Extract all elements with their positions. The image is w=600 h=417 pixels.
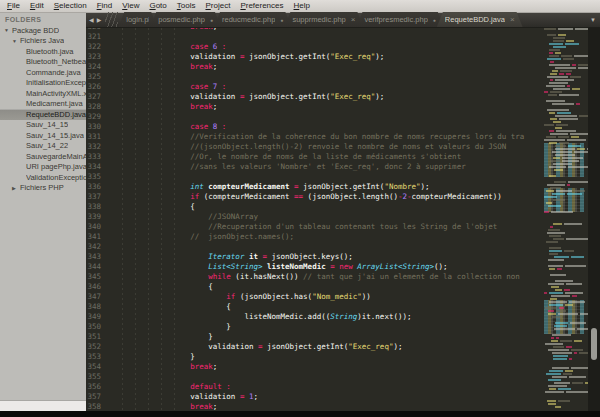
- tree-file-bluetooth-netbeans-java[interactable]: Bluetooth_Netbeans.java: [0, 57, 86, 68]
- code-line-331[interactable]: 331 //Verification de la coherence du bo…: [86, 132, 542, 142]
- menu-view[interactable]: View: [117, 0, 144, 12]
- menu-goto[interactable]: Goto: [144, 0, 171, 12]
- tree-file-medicament-java[interactable]: Medicament.java: [0, 99, 86, 110]
- code-lines[interactable]: 320 break;321 322 case 6 :323 validation…: [86, 28, 542, 411]
- code-editor[interactable]: 320 break;321 322 case 6 :323 validation…: [86, 28, 600, 411]
- tab-close-icon[interactable]: ×: [510, 16, 515, 24]
- folder-expanded-icon[interactable]: ▼: [12, 38, 20, 44]
- code-line-356[interactable]: 356 default :: [86, 382, 542, 392]
- line-number: 346: [86, 282, 107, 292]
- menu-tools[interactable]: Tools: [172, 0, 201, 12]
- tree-file-commande-java[interactable]: Commande.java: [0, 67, 86, 78]
- tab-verifpresmedic-php[interactable]: verifpresmedic.php●: [356, 12, 443, 27]
- tree-file-requetebdd-java[interactable]: RequeteBDD.java: [0, 109, 86, 120]
- tree-file-sauv-14-15-java[interactable]: Sauv_14_15.java: [0, 130, 86, 141]
- code-line-324[interactable]: 324 break;: [86, 62, 542, 72]
- menu-file[interactable]: File: [2, 0, 25, 12]
- tab-scroll-left-icon[interactable]: ◀: [89, 13, 94, 27]
- minimap-row: [542, 166, 588, 168]
- menu-find[interactable]: Find: [92, 0, 118, 12]
- code-line-347[interactable]: 347 if (jsonObject.has("Nom_medic")): [86, 292, 542, 302]
- tree-file-bluetooth-java[interactable]: Bluetooth.java: [0, 46, 86, 57]
- code-line-343[interactable]: 343 Iterator it = jsonObject.keys();: [86, 252, 542, 262]
- minimap-row: [542, 46, 588, 48]
- code-line-337[interactable]: 337 if (compteurMedicament == (jsonObjec…: [86, 192, 542, 202]
- code-line-345[interactable]: 345 while (it.hasNext()) // tant que j'a…: [86, 272, 542, 282]
- code-line-352[interactable]: 352 validation = jsonObject.getInt("Exec…: [86, 342, 542, 352]
- tree-folder-fichiers-java[interactable]: ▼Fichiers Java: [0, 36, 86, 47]
- code-line-330[interactable]: 330 case 8 :: [86, 122, 542, 132]
- minimap-row: [542, 316, 588, 318]
- tab-posmedic-php[interactable]: posmedic.php●: [150, 12, 221, 27]
- code-line-350[interactable]: 350 }: [86, 322, 542, 332]
- code-line-346[interactable]: 346 {: [86, 282, 542, 292]
- minimap-row: [542, 49, 588, 51]
- code-line-351[interactable]: 351 }: [86, 332, 542, 342]
- tab-scroll-right-icon[interactable]: ▶: [97, 13, 102, 27]
- minimap-row: [542, 115, 588, 117]
- folders-header: FOLDERS: [0, 13, 86, 25]
- code-line-336[interactable]: 336 int compteurMedicament = jsonObject.…: [86, 182, 542, 192]
- code-line-332[interactable]: 332 //(jsonObject.length()-2) renvoie le…: [86, 142, 542, 152]
- minimap-row: [542, 169, 588, 171]
- line-number: 324: [86, 62, 107, 72]
- tab-dirty-dot-icon[interactable]: ●: [280, 17, 283, 23]
- tab-scroll-arrows: ◀ ▶: [86, 13, 105, 27]
- tab-supprmedic-php[interactable]: supprmedic.php×: [284, 12, 363, 27]
- sidebar-horizontal-scrollbar[interactable]: [0, 400, 86, 411]
- code-line-329[interactable]: 329: [86, 112, 542, 122]
- tab-dirty-dot-icon[interactable]: ●: [210, 17, 213, 23]
- code-line-325[interactable]: 325: [86, 72, 542, 82]
- menu-preferences[interactable]: Preferences: [235, 0, 288, 12]
- menu-edit[interactable]: Edit: [25, 0, 49, 12]
- code-line-349[interactable]: 349 listeNomMedic.add((String)it.next())…: [86, 312, 542, 322]
- tree-file-mainactivityxml-xml[interactable]: MainActivityXML.xml: [0, 88, 86, 99]
- tree-file-initialisationexception-java[interactable]: InitialisationException.java: [0, 78, 86, 89]
- code-line-334[interactable]: 334 //sans les valeurs 'Nombre' et 'Exec…: [86, 162, 542, 172]
- code-line-339[interactable]: 339 //JSONArray: [86, 212, 542, 222]
- code-line-355[interactable]: 355: [86, 372, 542, 382]
- minimap[interactable]: [542, 28, 588, 411]
- code-line-321[interactable]: 321: [86, 32, 542, 42]
- tree-file-sauv-14-15[interactable]: Sauv_14_15: [0, 120, 86, 131]
- tab-overflow-menu-icon[interactable]: ▼: [590, 13, 596, 26]
- minimap-row: [542, 391, 588, 393]
- menu-help[interactable]: Help: [289, 0, 315, 12]
- code-line-353[interactable]: 353 }: [86, 352, 542, 362]
- code-line-335[interactable]: 335: [86, 172, 542, 182]
- code-line-322[interactable]: 322 case 6 :: [86, 42, 542, 52]
- tree-file-validationexception-java[interactable]: ValidationException.java: [0, 172, 86, 183]
- folder-expanded-icon[interactable]: ▼: [4, 27, 12, 33]
- code-line-327[interactable]: 327 validation = jsonObject.getInt("Exec…: [86, 92, 542, 102]
- menu-selection[interactable]: Selection: [49, 0, 92, 12]
- tree-folder-fichiers-php[interactable]: ▶Fichiers PHP: [0, 183, 86, 194]
- code-line-326[interactable]: 326 case 7 :: [86, 82, 542, 92]
- tab-dirty-dot-icon[interactable]: ●: [433, 17, 436, 23]
- code-text: //JSONArray: [107, 212, 258, 222]
- code-line-341[interactable]: 341 // jsonObject.names();: [86, 232, 542, 242]
- tree-folder-package-bdd[interactable]: ▼Package BDD: [0, 25, 86, 36]
- code-line-344[interactable]: 344 List<String> listeNomMedic = new Arr…: [86, 262, 542, 272]
- code-line-354[interactable]: 354 break;: [86, 362, 542, 372]
- vertical-scrollbar[interactable]: [588, 28, 600, 411]
- tree-item-label: Package BDD: [12, 26, 59, 35]
- menu-project[interactable]: Project: [200, 0, 235, 12]
- code-line-340[interactable]: 340 //Recuperation d'un tableau contenan…: [86, 222, 542, 232]
- tree-file-sauv-14-22[interactable]: Sauv_14_22: [0, 141, 86, 152]
- code-line-323[interactable]: 323 validation = jsonObject.getInt("Exec…: [86, 52, 542, 62]
- scrollbar-thumb[interactable]: [591, 328, 597, 360]
- code-line-333[interactable]: 333 //Or, le nombre de noms de la liste …: [86, 152, 542, 162]
- tree-file-uri-pagephp-java[interactable]: URI pagePhp.java: [0, 162, 86, 173]
- code-text: //sans les valeurs 'Nombre' et 'Exec_req…: [107, 162, 466, 172]
- tree-file-sauvegardemainactivity-java[interactable]: SauvegardeMainActivity.java: [0, 151, 86, 162]
- folder-collapsed-icon[interactable]: ▶: [12, 185, 20, 191]
- tab-close-icon[interactable]: ×: [351, 16, 356, 24]
- tab-reducmedic-php[interactable]: reducmedic.php●: [214, 12, 291, 27]
- code-line-358[interactable]: 358 break;: [86, 402, 542, 411]
- code-line-328[interactable]: 328 break;: [86, 102, 542, 112]
- code-line-338[interactable]: 338 {: [86, 202, 542, 212]
- code-line-357[interactable]: 357 validation = 1;: [86, 392, 542, 402]
- code-line-342[interactable]: 342: [86, 242, 542, 252]
- tab-requetebdd-java[interactable]: RequeteBDD.java×: [437, 12, 523, 27]
- code-line-348[interactable]: 348 {: [86, 302, 542, 312]
